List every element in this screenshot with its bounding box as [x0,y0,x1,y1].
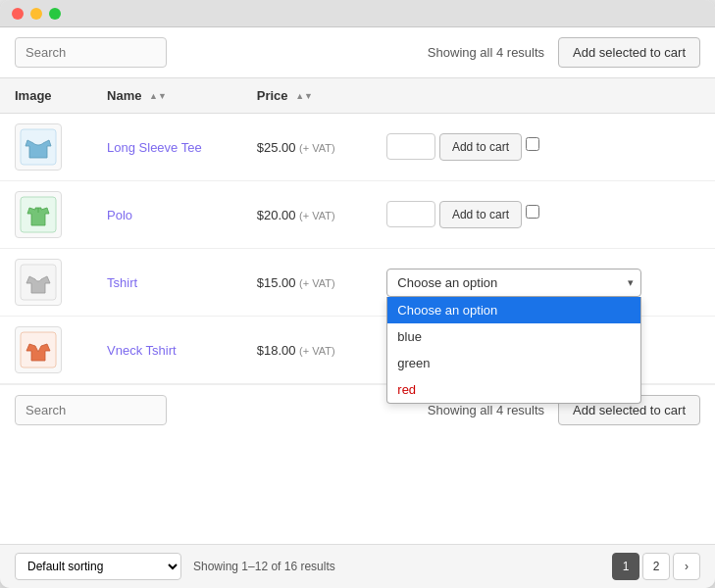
add-selected-to-cart-button-top[interactable]: Add selected to cart [558,37,700,68]
product-thumbnail-polo [15,191,62,238]
product-actions-cell-polo: Add to cart [372,181,715,249]
product-price-cell-vneck-tshirt: $18.00 (+ VAT) [242,317,373,384]
products-table: Image Name ▲▼ Price ▲▼ Long Sleeve Tee$2… [0,77,715,384]
product-name-cell-polo: Polo [92,181,242,249]
product-name-cell-long-sleeve-tee: Long Sleeve Tee [92,114,242,181]
col-actions [372,78,715,114]
dropdown-option-red[interactable]: red [387,376,640,403]
title-bar [0,0,715,27]
dropdown-option-blue[interactable]: blue [387,323,640,350]
product-thumbnail-long-sleeve-tee [15,123,62,171]
product-actions-cell-long-sleeve-tee: Add to cart [372,114,715,181]
product-thumbnail-vneck-tshirt [15,326,62,373]
toolbar-right: Showing all 4 results Add selected to ca… [428,37,700,68]
dropdown-option-green[interactable]: green [387,350,640,376]
product-price-cell-tshirt: $15.00 (+ VAT) [242,249,373,317]
dropdown-options-tshirt: Choose an optionbluegreenred [386,297,641,404]
product-select-tshirt[interactable]: Choose an optionbluegreenred [386,269,641,297]
product-checkbox-long-sleeve-tee [526,139,539,154]
qty-input-long-sleeve-tee[interactable] [386,133,435,160]
product-image-long-sleeve-tee [0,114,92,181]
product-vat-vneck-tshirt: (+ VAT) [299,345,335,357]
product-vat-long-sleeve-tee: (+ VAT) [299,142,335,154]
dropdown-container-tshirt: Choose an optionbluegreenred▾Choose an o… [386,269,641,297]
bottom-search-input[interactable] [15,395,167,425]
col-price[interactable]: Price ▲▼ [242,78,373,114]
select-wrapper-tshirt: Choose an optionbluegreenred▾ [386,269,641,297]
svg-rect-4 [21,332,56,368]
main-content: Showing all 4 results Add selected to ca… [0,27,715,544]
add-to-cart-button-long-sleeve-tee[interactable]: Add to cart [439,133,522,161]
product-price-cell-polo: $20.00 (+ VAT) [242,181,373,249]
minimize-button[interactable] [30,8,42,20]
top-toolbar: Showing all 4 results Add selected to ca… [0,27,715,77]
product-checkbox-polo [526,207,539,221]
product-thumbnail-tshirt [15,259,62,306]
name-sort-icon: ▲▼ [149,92,167,101]
product-name-cell-vneck-tshirt: Vneck Tshirt [92,317,242,384]
qty-input-polo[interactable] [386,201,435,227]
pagination: 12› [612,553,700,580]
close-button[interactable] [12,8,24,20]
product-image-vneck-tshirt [0,317,92,384]
product-name-link-tshirt[interactable]: Tshirt [107,275,137,290]
dropdown-option-choose[interactable]: Choose an option [387,297,640,323]
product-name-link-polo[interactable]: Polo [107,208,132,222]
add-to-cart-button-polo[interactable]: Add to cart [439,201,522,228]
product-name-link-long-sleeve-tee[interactable]: Long Sleeve Tee [107,140,202,155]
showing-results-text: Showing all 4 results [428,45,544,60]
product-name-link-vneck-tshirt[interactable]: Vneck Tshirt [107,343,177,358]
page-btn-1[interactable]: 1 [612,553,639,580]
product-actions-cell-tshirt: Choose an optionbluegreenred▾Choose an o… [372,249,715,317]
product-image-tshirt [0,249,92,317]
maximize-button[interactable] [49,8,61,20]
product-price-vneck-tshirt: $18.00 [257,343,296,358]
product-vat-polo: (+ VAT) [299,210,335,221]
table-row: Long Sleeve Tee$25.00 (+ VAT) Add to car… [0,114,715,181]
product-price-long-sleeve-tee: $25.00 [257,140,296,155]
page-btn-2[interactable]: 2 [642,553,670,580]
product-price-cell-long-sleeve-tee: $25.00 (+ VAT) [242,114,373,181]
table-row: Polo$20.00 (+ VAT) Add to cart [0,181,715,249]
bottom-showing-results-text: Showing all 4 results [428,403,544,417]
app-window: Showing all 4 results Add selected to ca… [0,0,715,588]
footer-bar: Default sortingSort by popularitySort by… [0,544,715,588]
checkbox-input-long-sleeve-tee[interactable] [526,137,539,151]
price-sort-icon: ▲▼ [295,92,313,101]
table-row: Tshirt$15.00 (+ VAT)Choose an optionblue… [0,249,715,317]
product-vat-tshirt: (+ VAT) [299,277,335,289]
table-header-row: Image Name ▲▼ Price ▲▼ [0,78,715,114]
top-search-input[interactable] [15,37,167,68]
col-image: Image [0,78,92,114]
checkbox-input-polo[interactable] [526,205,539,219]
product-image-polo [0,181,92,249]
page-btn-next[interactable]: › [673,553,700,580]
col-name[interactable]: Name ▲▼ [92,78,242,114]
product-name-cell-tshirt: Tshirt [92,249,242,317]
footer-results-count: Showing 1–12 of 16 results [193,560,335,573]
sorting-select[interactable]: Default sortingSort by popularitySort by… [15,553,181,580]
product-price-polo: $20.00 [257,208,296,222]
product-price-tshirt: $15.00 [257,275,296,290]
